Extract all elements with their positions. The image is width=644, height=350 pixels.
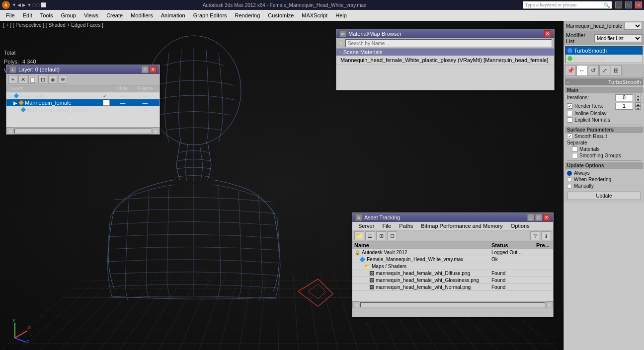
modifier-list-select[interactable]: Modifier List	[594, 34, 642, 42]
layer-new-button[interactable]: +	[8, 75, 17, 84]
update-button[interactable]: Update	[567, 192, 641, 200]
layer-freeze-button[interactable]: ❄	[58, 75, 67, 84]
layer-scroll-track[interactable]	[14, 129, 152, 134]
isoline-checkbox[interactable]	[567, 111, 572, 116]
always-radio[interactable]	[567, 171, 572, 176]
explicit-normals-checkbox[interactable]	[567, 117, 572, 123]
layer-scroll-left[interactable]: ◀	[6, 128, 13, 135]
layer-close-button[interactable]: ✕	[150, 66, 157, 73]
move-icon[interactable]: ↔	[576, 65, 587, 76]
iterations-input[interactable]	[615, 94, 633, 101]
asset-row-maps[interactable]: 📂 Maps / Shaders	[352, 263, 553, 270]
window-title: Autodesk 3ds Max 2012 x64 - Female_Manne…	[46, 2, 523, 8]
menu-graph-editors[interactable]: Graph Editors	[189, 11, 231, 19]
menu-edit[interactable]: Edit	[19, 11, 36, 19]
asset-tracking-icon: A	[355, 214, 362, 221]
asset-menu-paths[interactable]: Paths	[395, 222, 417, 229]
asset-minimize[interactable]: _	[527, 214, 534, 221]
asset-tbtn-list[interactable]: ☰	[365, 231, 375, 240]
materials-checkbox[interactable]	[572, 146, 577, 152]
menu-customize[interactable]: Customize	[264, 11, 298, 19]
asset-tbtn-grid-list[interactable]: ⊞	[376, 231, 386, 240]
asset-menu-server[interactable]: Server	[354, 222, 378, 229]
asset-info-button[interactable]: ℹ	[541, 231, 551, 240]
always-label: Always	[574, 170, 590, 176]
layer-delete-button[interactable]: ✕	[18, 75, 27, 84]
maximize-button[interactable]: □	[625, 1, 632, 8]
max-file-icon: 🔷	[359, 257, 365, 262]
asset-scroll-track[interactable]	[360, 302, 545, 307]
layer-scroll-right[interactable]: ▶	[153, 128, 160, 135]
modifier-list-dropdown[interactable]	[624, 22, 642, 30]
svg-text:X: X	[28, 325, 31, 330]
layer-row-mannequin-female[interactable]: ▶ 🔶 Mannequin_female — —	[6, 99, 160, 106]
layer-col-hide: Hide	[113, 86, 133, 91]
menu-tools[interactable]: Tools	[36, 11, 57, 19]
asset-tbtn-folder[interactable]: 📁	[354, 231, 364, 240]
asset-row-glossiness[interactable]: 🖼 mannequin_head_female_wht_Glossiness.p…	[352, 277, 553, 284]
render-iters-input[interactable]	[615, 103, 633, 110]
mat-item-0[interactable]: Mannequin_head_female_White_plastic_glos…	[336, 56, 554, 65]
asset-menu-file[interactable]: File	[378, 222, 395, 229]
menu-group[interactable]: Group	[57, 11, 80, 19]
rotate-icon[interactable]: ↺	[588, 65, 599, 76]
total-label: Total	[4, 48, 36, 57]
layer-row-default[interactable]: ▶ 🔷 0 (default) ✓ — —	[6, 92, 160, 99]
layer-panel-title[interactable]: L Layer: 0 (default) ? ✕	[6, 65, 160, 74]
asset-close-button[interactable]: ✕	[543, 214, 550, 221]
asset-menu-options[interactable]: Options	[507, 222, 534, 229]
iterations-up[interactable]: ▲	[635, 94, 641, 97]
svg-text:Y: Y	[12, 318, 15, 323]
asset-tbtn-grid[interactable]: ⊟	[387, 231, 397, 240]
when-rendering-radio[interactable]	[567, 177, 572, 182]
minimize-button[interactable]: _	[615, 1, 622, 8]
scale-icon[interactable]: ⤢	[599, 65, 610, 76]
menu-modifiers[interactable]: Modifiers	[127, 11, 157, 19]
menu-animation[interactable]: Animation	[157, 11, 189, 19]
render-iters-checkbox[interactable]	[567, 103, 572, 109]
smooth-result-label: Smooth Result	[574, 134, 641, 139]
asset-row-max-file[interactable]: 🔷 Female_Mannequin_Head_White_vray.max O…	[352, 256, 553, 263]
smooth-result-checkbox[interactable]	[567, 134, 572, 139]
asset-maximize[interactable]: □	[535, 214, 542, 221]
render-iters-up[interactable]: ▲	[635, 102, 641, 106]
close-button[interactable]: ✕	[635, 1, 642, 8]
pin-icon[interactable]: 📌	[565, 65, 576, 76]
turbosmooth-header[interactable]: - TurboSmooth	[565, 78, 643, 85]
layer-checkbox-female[interactable]	[103, 100, 110, 106]
asset-row-diffuse[interactable]: 🖼 mannequin_head_female_wht_Diffuse.png …	[352, 270, 553, 277]
modifier-turbosmooth[interactable]: TurboSmooth	[565, 47, 643, 55]
material-browser-close[interactable]: ✕	[544, 30, 551, 37]
material-browser-title[interactable]: M Material/Map Browser ✕	[336, 29, 554, 38]
layer-select-button[interactable]: ⊡	[38, 75, 47, 84]
asset-tracking-title[interactable]: A Asset Tracking _ □ ✕	[352, 213, 553, 222]
asset-row-vault[interactable]: 🔒 Autodesk Vault 2012 Logged Out ...	[352, 249, 553, 256]
menu-maxscript[interactable]: MAXScript	[298, 11, 331, 19]
layer-highlight-button[interactable]: ◈	[48, 75, 57, 84]
smooth-result-row: Smooth Result	[565, 133, 643, 140]
manually-radio[interactable]	[567, 184, 572, 189]
asset-menu-bitmap[interactable]: Bitmap Performance and Memory	[417, 222, 506, 229]
maps-folder-icon: 📂	[364, 264, 370, 269]
layer-row-mannequin-head[interactable]: 🔷 Mannequin_head_female — —	[6, 106, 160, 113]
layer-add-object-button[interactable]: 📋	[28, 75, 37, 84]
layer-scrollbar[interactable]: ◀ ▶	[6, 127, 160, 134]
asset-scroll-right[interactable]: ▶	[546, 301, 553, 308]
asset-scrollbar[interactable]: ◀ ▶	[352, 301, 553, 308]
menu-file[interactable]: File	[2, 11, 19, 19]
scene-materials-header[interactable]: - Scene Materials	[336, 49, 554, 56]
menu-create[interactable]: Create	[102, 11, 127, 19]
iterations-down[interactable]: ▼	[635, 98, 641, 101]
smoothing-groups-checkbox[interactable]	[572, 153, 577, 158]
asset-help-button[interactable]: ?	[530, 231, 540, 240]
menu-rendering[interactable]: Rendering	[231, 11, 264, 19]
layer-help-button[interactable]: ?	[142, 66, 149, 73]
menu-views[interactable]: Views	[80, 11, 102, 19]
uv-icon[interactable]: ⊞	[611, 65, 622, 76]
modifier-editable-poly[interactable]: Editable Poly	[565, 55, 643, 63]
render-iters-down[interactable]: ▼	[635, 106, 641, 110]
menu-help[interactable]: Help	[331, 11, 351, 19]
mat-search-input[interactable]	[345, 39, 552, 47]
asset-row-normal[interactable]: 🖼 mannequin_head_female_wht_Normal.png F…	[352, 284, 553, 291]
asset-scroll-left[interactable]: ◀	[352, 301, 359, 308]
